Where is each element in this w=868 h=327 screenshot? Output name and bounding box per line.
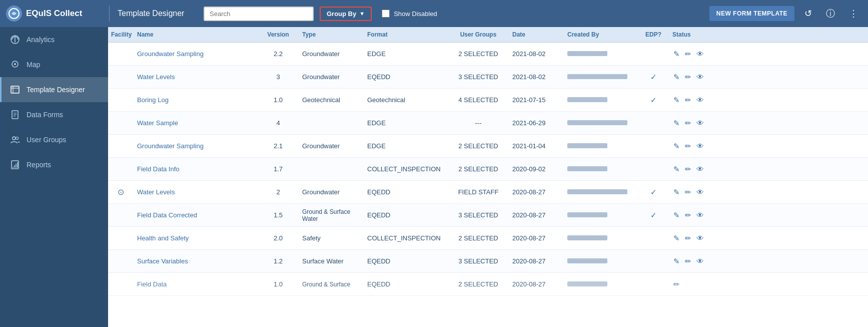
view-icon[interactable]: 👁 [696, 96, 704, 104]
sidebar-item-reports[interactable]: Reports [0, 152, 108, 177]
pencil-icon[interactable]: ✏ [685, 234, 691, 243]
row-date: 2021-06-29 [508, 119, 563, 127]
col-header-createdby[interactable]: Created By [563, 31, 638, 38]
col-header-edp[interactable]: EDP? [638, 31, 668, 38]
edit-form-icon[interactable]: ✎ [673, 234, 680, 243]
view-icon[interactable]: 👁 [696, 50, 704, 58]
row-name[interactable]: Groundwater Sampling [133, 50, 258, 58]
edit-form-icon[interactable]: ✎ [673, 119, 680, 128]
pencil-icon[interactable]: ✏ [673, 280, 680, 289]
view-icon[interactable]: 👁 [696, 234, 704, 242]
edit-form-icon[interactable]: ✎ [673, 142, 680, 151]
edit-form-icon[interactable]: ✎ [673, 50, 680, 59]
analytics-icon [10, 34, 21, 45]
edit-form-icon[interactable]: ✎ [673, 188, 680, 197]
view-icon[interactable]: 👁 [696, 119, 704, 127]
show-disabled-checkbox[interactable] [382, 10, 390, 18]
row-type: Surface Water [298, 257, 363, 265]
svg-rect-5 [11, 86, 19, 93]
row-usergroups: 2 SELECTED [448, 50, 508, 58]
row-status: ✎ ✏ 👁 [668, 234, 868, 243]
edit-form-icon[interactable]: ✎ [673, 73, 680, 82]
edit-form-icon[interactable]: ✎ [673, 257, 680, 266]
row-type: Geotechnical [298, 96, 363, 104]
row-date: 2021-07-15 [508, 96, 563, 104]
col-header-version[interactable]: Version [258, 31, 298, 38]
row-status: ✏ [668, 280, 868, 289]
sidebar-item-data-forms[interactable]: Data Forms [0, 102, 108, 127]
view-icon[interactable]: 👁 [696, 142, 704, 150]
group-by-button[interactable]: Group By ▼ [320, 7, 372, 21]
row-version: 1.0 [258, 96, 298, 104]
row-createdby [563, 280, 638, 288]
view-icon[interactable]: 👁 [696, 165, 704, 173]
sidebar-item-template-designer[interactable]: Template Designer [0, 77, 108, 102]
row-edp: ✓ [638, 211, 668, 220]
row-name[interactable]: Groundwater Sampling [133, 142, 258, 150]
sidebar-item-map[interactable]: Map [0, 52, 108, 77]
check-icon: ✓ [650, 211, 657, 219]
pencil-icon[interactable]: ✏ [685, 211, 691, 220]
row-usergroups: 4 SELECTED [448, 96, 508, 104]
row-name[interactable]: Field Data Info [133, 165, 258, 173]
sidebar-label-data-forms: Data Forms [27, 111, 63, 119]
row-name[interactable]: Water Levels [133, 73, 258, 81]
pencil-icon[interactable]: ✏ [685, 257, 691, 266]
pencil-icon[interactable]: ✏ [685, 50, 691, 59]
row-createdby [563, 119, 638, 127]
template-designer-icon [10, 84, 21, 95]
row-format: EDGE [363, 119, 448, 127]
table-header: Facility Name Version Type Format User G… [108, 27, 868, 43]
blurred-name [567, 212, 607, 217]
logo-area: EQuIS Collect [6, 6, 101, 22]
view-icon[interactable]: 👁 [696, 257, 704, 265]
search-input[interactable] [204, 7, 314, 21]
pencil-icon[interactable]: ✏ [685, 119, 691, 128]
pencil-icon[interactable]: ✏ [685, 142, 691, 151]
row-name[interactable]: Water Sample [133, 119, 258, 127]
row-date: 2021-08-02 [508, 73, 563, 81]
edit-form-icon[interactable]: ✎ [673, 165, 680, 174]
blurred-name [567, 74, 627, 79]
row-name[interactable]: Boring Log [133, 96, 258, 104]
row-createdby [563, 96, 638, 104]
row-date: 2020-09-02 [508, 165, 563, 173]
pencil-icon[interactable]: ✏ [685, 165, 691, 174]
row-name[interactable]: Water Levels [133, 188, 258, 196]
col-header-status[interactable]: Status [668, 31, 868, 38]
row-name[interactable]: Health and Safety [133, 234, 258, 242]
refresh-button[interactable]: ↺ [800, 6, 816, 21]
sidebar-item-user-groups[interactable]: User Groups [0, 127, 108, 152]
row-name[interactable]: Surface Variables [133, 257, 258, 265]
new-form-template-button[interactable]: NEW FORM TEMPLATE [709, 6, 794, 21]
row-date: 2020-08-27 [508, 234, 563, 242]
edit-form-icon[interactable]: ✎ [673, 96, 680, 105]
table-row: Field Data 1.0 Ground & Surface EQEDD 2 … [108, 273, 868, 296]
row-status: ✎ ✏ 👁 [668, 73, 868, 82]
sidebar-label-template-designer: Template Designer [27, 86, 85, 94]
row-name[interactable]: Field Data [133, 280, 258, 288]
pencil-icon[interactable]: ✏ [685, 188, 691, 197]
more-options-button[interactable]: ⋮ [845, 6, 862, 21]
table-row: Water Levels 3 Groundwater EQEDD 3 SELEC… [108, 66, 868, 89]
col-header-name[interactable]: Name [133, 31, 258, 38]
sidebar-item-analytics[interactable]: Analytics [0, 27, 108, 52]
row-status: ✎ ✏ 👁 [668, 142, 868, 151]
pencil-icon[interactable]: ✏ [685, 96, 691, 105]
info-button[interactable]: ⓘ [822, 6, 839, 22]
col-header-format[interactable]: Format [363, 31, 448, 38]
col-header-date[interactable]: Date [508, 31, 563, 38]
edit-form-icon[interactable]: ✎ [673, 211, 680, 220]
row-status: ✎ ✏ 👁 [668, 165, 868, 174]
pencil-icon[interactable]: ✏ [685, 73, 691, 82]
view-icon[interactable]: 👁 [696, 73, 704, 81]
view-icon[interactable]: 👁 [696, 211, 704, 219]
main-content: Facility Name Version Type Format User G… [108, 27, 868, 327]
row-name[interactable]: Field Data Corrected [133, 211, 258, 219]
table-row: Field Data Info 1.7 COLLECT_INSPECTION 2… [108, 158, 868, 181]
row-type: Ground & Surface Water [298, 208, 363, 222]
table-row: Surface Variables 1.2 Surface Water EQED… [108, 250, 868, 273]
col-header-type[interactable]: Type [298, 31, 363, 38]
view-icon[interactable]: 👁 [696, 188, 704, 196]
col-header-usergroups[interactable]: User Groups [448, 31, 508, 38]
